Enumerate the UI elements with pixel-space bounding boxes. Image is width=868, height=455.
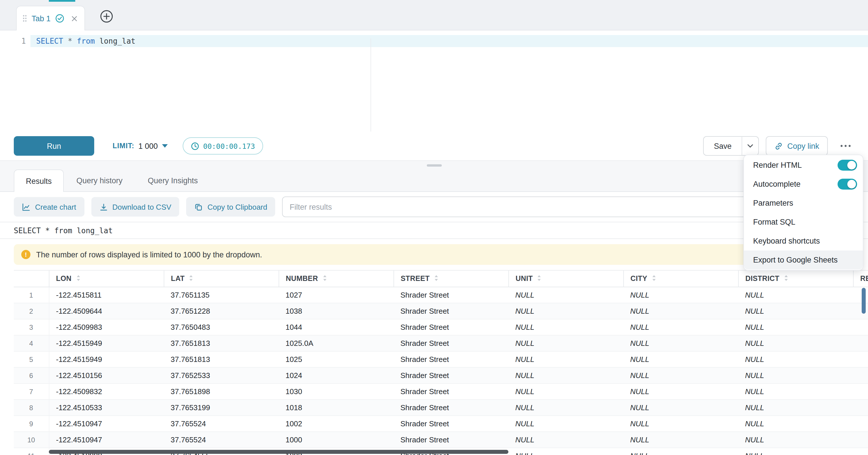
limit-label: LIMIT: xyxy=(113,142,134,150)
sort-icon[interactable] xyxy=(537,274,542,283)
column-header-re[interactable]: RE xyxy=(853,270,868,287)
resize-handle[interactable] xyxy=(427,164,441,166)
save-options-button[interactable] xyxy=(742,136,759,156)
column-header-street[interactable]: STREET xyxy=(394,270,508,287)
menu-item-render-html[interactable]: Render HTML xyxy=(744,156,863,175)
column-label: UNIT xyxy=(516,274,533,282)
table-cell: NULL xyxy=(623,351,738,367)
copy-to-clipboard-button[interactable]: Copy to Clipboard xyxy=(186,197,275,217)
sort-icon[interactable] xyxy=(322,274,327,283)
table-cell: 37.7651813 xyxy=(164,351,279,367)
menu-item-autocomplete[interactable]: Autocomplete xyxy=(744,175,863,193)
check-circle-icon xyxy=(55,14,64,23)
table-cell: NULL xyxy=(738,287,853,303)
drag-handle-icon[interactable] xyxy=(22,14,27,22)
warning-icon: ! xyxy=(21,250,30,259)
table-row: 10-122.451094737.7655241000Shrader Stree… xyxy=(14,432,868,448)
table-cell: NULL xyxy=(508,384,623,400)
sql-editor[interactable]: 1 SELECT * from long_lat xyxy=(0,30,868,131)
results-tab-bar: ResultsQuery historyQuery Insights xyxy=(14,169,211,191)
column-header-lon[interactable]: LON xyxy=(49,270,164,287)
sql-keyword: SELECT xyxy=(36,35,63,47)
column-header-lat[interactable]: LAT xyxy=(164,270,279,287)
table-cell: NULL xyxy=(508,400,623,416)
column-header-city[interactable]: CITY xyxy=(623,270,738,287)
row-number-cell: 2 xyxy=(14,303,49,319)
sort-icon[interactable] xyxy=(189,274,194,283)
column-header-number[interactable]: NUMBER xyxy=(279,270,394,287)
table-cell: -122.4510947 xyxy=(49,416,164,432)
table-cell: NULL xyxy=(623,303,738,319)
table-cell: 1018 xyxy=(279,400,394,416)
horizontal-scrollbar-thumb[interactable] xyxy=(49,450,508,454)
row-number-cell: 7 xyxy=(14,384,49,400)
sort-icon[interactable] xyxy=(783,274,789,283)
save-button[interactable]: Save xyxy=(703,136,742,156)
column-header-district[interactable]: DISTRICT xyxy=(738,270,853,287)
create-chart-button[interactable]: Create chart xyxy=(14,197,84,217)
table-cell: NULL xyxy=(738,416,853,432)
table-cell: NULL xyxy=(623,367,738,384)
active-line-highlight xyxy=(30,35,868,47)
row-number-cell: 9 xyxy=(14,416,49,432)
run-button[interactable]: Run xyxy=(14,136,94,156)
table-cell: NULL xyxy=(738,400,853,416)
limit-dropdown[interactable]: LIMIT: 1 000 xyxy=(113,142,167,150)
table-cell: 1024 xyxy=(279,367,394,384)
table-cell: -122.4509983 xyxy=(49,319,164,335)
menu-item-parameters[interactable]: Parameters xyxy=(744,193,863,213)
sql-operator: * xyxy=(68,35,72,47)
table-row: 8-122.451053337.76531991018Shrader Stree… xyxy=(14,400,868,416)
table-cell: 37.765524 xyxy=(164,432,279,448)
table-cell: 37.7652533 xyxy=(164,367,279,384)
table-cell: Shrader Street xyxy=(394,384,508,400)
sort-icon[interactable] xyxy=(651,274,657,283)
more-options-button[interactable] xyxy=(837,140,854,152)
column-header-unit[interactable]: UNIT xyxy=(508,270,623,287)
vertical-scrollbar-thumb[interactable] xyxy=(862,288,866,314)
table-cell xyxy=(853,367,868,384)
column-label: NUMBER xyxy=(286,274,318,282)
add-tab-button[interactable] xyxy=(100,10,113,23)
table-cell: 1025 xyxy=(279,351,394,367)
results-table-body: 1-122.451581137.76511351027Shrader Stree… xyxy=(14,287,868,455)
table-cell: 37.7651813 xyxy=(164,335,279,351)
table-cell: NULL xyxy=(623,416,738,432)
table-cell: 37.765524 xyxy=(164,416,279,432)
table-cell: Shrader Street xyxy=(394,400,508,416)
tab-results[interactable]: Results xyxy=(14,170,64,192)
download-csv-button[interactable]: Download to CSV xyxy=(91,197,179,217)
copy-link-button[interactable]: Copy link xyxy=(766,136,828,156)
table-cell xyxy=(853,303,868,319)
table-cell xyxy=(853,287,868,303)
table-row: 6-122.451015637.76525331024Shrader Stree… xyxy=(14,367,868,384)
tab-1[interactable]: Tab 1 xyxy=(16,6,85,30)
query-toolbar: Run LIMIT: 1 000 00:00:00.173 Save Cop xyxy=(0,131,868,160)
table-cell: Shrader Street xyxy=(394,319,508,335)
table-cell: NULL xyxy=(738,319,853,335)
close-tab-icon[interactable] xyxy=(71,15,78,22)
table-cell: NULL xyxy=(623,384,738,400)
row-number-cell: 4 xyxy=(14,335,49,351)
table-cell: NULL xyxy=(508,303,623,319)
table-cell: Shrader Street xyxy=(394,287,508,303)
tab-query-insights[interactable]: Query Insights xyxy=(135,170,211,191)
menu-item-format-sql[interactable]: Format SQL xyxy=(744,213,863,232)
save-split-button: Save xyxy=(703,136,759,156)
row-number-cell: 8 xyxy=(14,400,49,416)
tab-query-history[interactable]: Query history xyxy=(64,170,135,191)
table-cell: NULL xyxy=(508,319,623,335)
limit-value: 1 000 xyxy=(138,142,158,150)
table-cell: 37.7651135 xyxy=(164,287,279,303)
render-html-toggle[interactable] xyxy=(838,160,857,171)
clock-icon xyxy=(190,142,199,150)
table-cell: NULL xyxy=(623,432,738,448)
timer-value: 00:00:00.173 xyxy=(203,142,255,150)
sort-icon[interactable] xyxy=(434,274,439,283)
sort-icon[interactable] xyxy=(75,274,81,283)
menu-item-export-to-google-sheets[interactable]: Export to Google Sheets xyxy=(744,250,863,269)
row-number-cell: 5 xyxy=(14,351,49,367)
menu-item-keyboard-shortcuts[interactable]: Keyboard shortcuts xyxy=(744,232,863,250)
autocomplete-toggle[interactable] xyxy=(838,179,857,189)
table-cell: NULL xyxy=(508,367,623,384)
